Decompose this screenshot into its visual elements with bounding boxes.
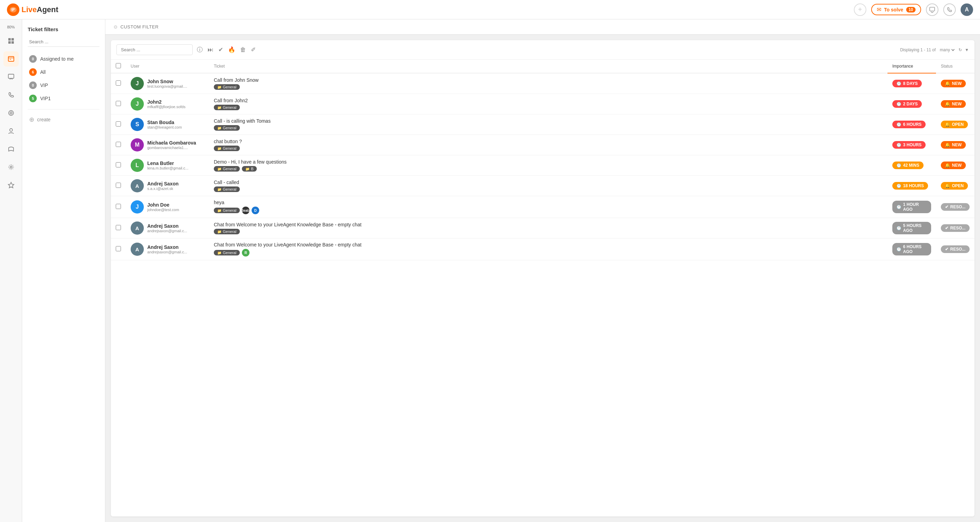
filter-badge-all: 6 (29, 68, 37, 76)
importance-badge: 🕐1 HOUR AGO (892, 201, 931, 213)
table-row[interactable]: A Andrej Saxon s.a.x.i@azet.sk Call - ca… (111, 176, 974, 196)
sidebar-reports[interactable] (3, 105, 19, 121)
user-cell: A Andrej Saxon andrejsaxon@gmail.c... (130, 221, 204, 235)
filter-item-all[interactable]: 6 All (28, 65, 99, 79)
table-row[interactable]: A Andrej Saxon andrejsaxon@gmail.c... Ch… (111, 218, 974, 239)
user-info: Andrej Saxon andrejsaxon@gmail.c... (147, 223, 187, 233)
user-info: Andrej Saxon andrejsaxon@gmail.c... (147, 244, 187, 254)
row-checkbox[interactable] (116, 246, 121, 251)
more-icon[interactable]: ✐ (251, 46, 256, 53)
table-row[interactable]: L Lena Butler lena.m.butler@gmail.c... D… (111, 155, 974, 176)
plus-button[interactable]: + (854, 3, 866, 16)
ticket-title: chat button ? (214, 138, 883, 144)
row-checkbox[interactable] (116, 225, 121, 230)
user-cell: S Stan Bouda stan@liveagent.com (130, 118, 204, 131)
ticket-info: Call - called 📁General (214, 180, 883, 192)
filter-badge-vip: 0 (29, 81, 37, 89)
sidebar-favorites[interactable] (3, 177, 19, 193)
tickets-search-input[interactable] (116, 45, 192, 55)
to-solve-count: 10 (906, 7, 916, 13)
sidebar-dashboard[interactable] (3, 33, 19, 49)
create-label: create (37, 117, 51, 123)
to-solve-label: To solve (884, 7, 904, 13)
status-badge: 🔔NEW (941, 162, 966, 169)
user-email: andrejsaxon@gmail.c... (147, 250, 187, 254)
chat-nav-button[interactable] (926, 3, 939, 16)
ticket-tag: 📁General (214, 125, 240, 130)
table-header: User Ticket Importance Status (111, 60, 974, 73)
sidebar-knowledge[interactable] (3, 142, 19, 157)
filter-search-input[interactable] (28, 37, 99, 47)
info-icon[interactable]: ⓘ (197, 46, 203, 54)
filter-item-assigned[interactable]: 0 Assigned to me (28, 53, 99, 65)
row-checkbox[interactable] (116, 183, 121, 188)
status-icon: 🔔 (945, 122, 950, 127)
resolve-icon[interactable]: ✔ (218, 46, 223, 53)
sidebar-calls[interactable] (3, 88, 19, 103)
row-checkbox[interactable] (116, 80, 121, 86)
svg-rect-2 (8, 38, 11, 41)
user-avatar[interactable]: A (961, 3, 973, 16)
sidebar-contacts[interactable] (3, 123, 19, 138)
create-filter-item[interactable]: ⊕ create (28, 114, 99, 126)
col-importance[interactable]: Importance (888, 60, 936, 73)
clock-icon: 🕐 (896, 247, 901, 251)
ticket-assignee-avatar: D (251, 207, 259, 214)
user-name: John Doe (147, 202, 179, 208)
user-avatar-icon: M (130, 138, 144, 151)
row-checkbox[interactable] (116, 204, 121, 209)
svg-point-9 (10, 112, 12, 114)
tickets-container: ⓘ ⏭ ✔ 🔥 🗑 ✐ Displaying 1 - 11 of many 10… (111, 40, 974, 516)
status-badge: 🔔OPEN (941, 121, 968, 128)
logo[interactable]: LiveAgent (7, 3, 58, 16)
status-icon: 🔔 (945, 142, 950, 147)
user-cell: J John Doe johndoe@test.com (130, 201, 204, 213)
status-icon: ✔ (945, 205, 948, 209)
sidebar-chat[interactable] (3, 69, 19, 84)
ticket-title: Demo - Hi, I have a few questions (214, 159, 883, 165)
table-row[interactable]: J John Snow test.luongova@gmail.... Call… (111, 73, 974, 94)
row-checkbox[interactable] (116, 121, 121, 127)
importance-badge: 🕐8 DAYS (892, 80, 922, 88)
delete-icon[interactable]: 🗑 (240, 46, 246, 53)
col-ticket: Ticket (209, 60, 888, 73)
refresh-icon[interactable]: ↻ (959, 48, 962, 53)
phone-nav-button[interactable] (943, 3, 956, 16)
row-checkbox[interactable] (116, 101, 121, 106)
to-solve-button[interactable]: ✉ To solve 10 (871, 4, 921, 15)
tickets-table: User Ticket Importance Status J John Sno… (111, 60, 974, 260)
user-email: mfkaflf@jfioejioe.sofds (147, 105, 185, 109)
ticket-assignee-avatar: R (242, 249, 250, 256)
svg-rect-1 (930, 7, 935, 11)
spam-icon[interactable]: 🔥 (228, 46, 235, 53)
status-badge: ✔RESO... (941, 203, 970, 211)
ticket-tag: 📁General (214, 166, 240, 172)
table-row[interactable]: J John Doe johndoe@test.com heya 📁Genera… (111, 196, 974, 218)
user-avatar-icon: J (130, 201, 144, 213)
filter-item-vip[interactable]: 0 VIP (28, 79, 99, 92)
ticket-assignee-avatar: Beata (242, 207, 250, 214)
ticket-title: heya (214, 200, 883, 205)
sidebar-tickets[interactable] (3, 51, 19, 67)
ticket-tags: 📁GeneralR (214, 249, 883, 256)
ticket-title: Call - is calling with Tomas (214, 118, 883, 124)
row-checkbox[interactable] (116, 162, 121, 167)
user-email: lena.m.butler@gmail.c... (147, 166, 189, 170)
table-row[interactable]: A Andrej Saxon andrejsaxon@gmail.c... Ch… (111, 239, 974, 260)
skip-icon[interactable]: ⏭ (208, 46, 213, 53)
select-all-checkbox[interactable] (116, 63, 121, 68)
row-checkbox[interactable] (116, 142, 121, 147)
custom-filter-icon: ⊙ (114, 24, 118, 29)
svg-rect-7 (8, 74, 14, 78)
display-count-select[interactable]: many 10 25 50 (939, 47, 956, 53)
table-row[interactable]: S Stan Bouda stan@liveagent.com Call - i… (111, 115, 974, 135)
sidebar-settings[interactable] (3, 159, 19, 175)
ticket-info: Call - is calling with Tomas 📁General (214, 118, 883, 130)
main-content: ⊙ CUSTOM FILTER ⓘ ⏭ ✔ 🔥 🗑 ✐ Displaying 1… (105, 19, 980, 522)
display-info: Displaying 1 - 11 of many 10 25 50 ↻ ▼ (900, 47, 969, 53)
table-row[interactable]: M Michaela Gombarova gombarovamichaela1.… (111, 135, 974, 155)
table-row[interactable]: J John2 mfkaflf@jfioejioe.sofds Call fro… (111, 94, 974, 115)
filter-label-assigned: Assigned to me (40, 56, 74, 62)
filter-icon[interactable]: ▼ (965, 48, 969, 53)
filter-item-vip1[interactable]: 5 VIP1 (28, 92, 99, 105)
